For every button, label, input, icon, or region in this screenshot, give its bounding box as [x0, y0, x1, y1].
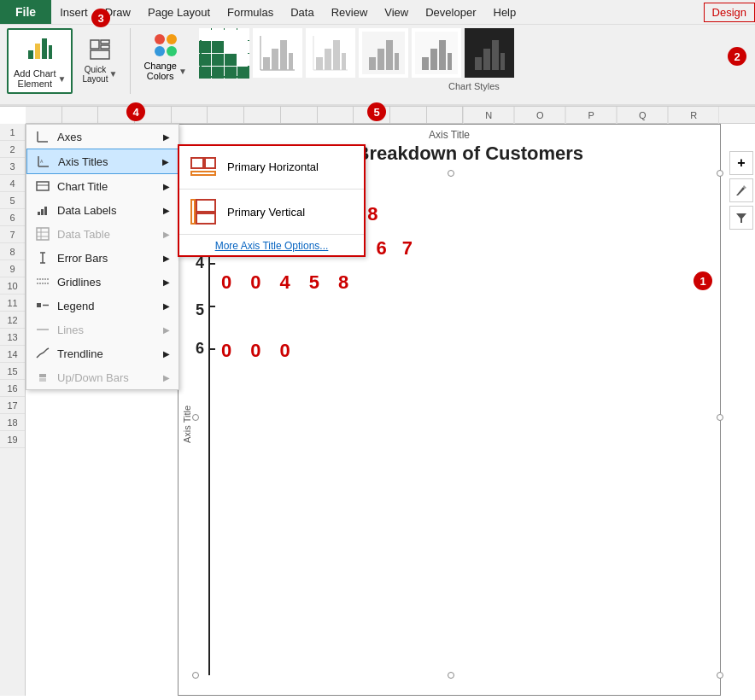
- chart-style-1[interactable]: [200, 28, 249, 78]
- data-table-icon: [35, 226, 50, 242]
- chart-styles-section: Chart Styles: [200, 28, 748, 91]
- badge-1: 1: [694, 271, 712, 290]
- change-colors-button[interactable]: Change Colors ▼: [138, 28, 192, 85]
- menu-item-lines[interactable]: Lines ▶: [26, 318, 179, 341]
- badge-2: 2: [728, 47, 746, 66]
- chart-style-3[interactable]: [306, 28, 355, 78]
- menu-item-gridlines[interactable]: Gridlines ▶: [26, 270, 179, 294]
- ribbon: File Insert Draw Page Layout Formulas Da…: [0, 0, 755, 107]
- menu-help[interactable]: Help: [485, 3, 525, 22]
- error-bars-arrow: ▶: [163, 254, 170, 263]
- menu-item-axes[interactable]: Axes ▶: [26, 125, 179, 149]
- menu-item-trendline[interactable]: Trendline ▶: [26, 341, 179, 365]
- svg-point-11: [167, 46, 177, 56]
- chart-brush-button[interactable]: [729, 178, 753, 202]
- svg-rect-46: [38, 212, 40, 215]
- svg-rect-27: [386, 40, 393, 70]
- colors-arrow: ▼: [179, 67, 187, 76]
- chart-style-4[interactable]: [359, 28, 408, 78]
- row-2: 2: [0, 141, 25, 158]
- menu-view[interactable]: View: [376, 3, 417, 22]
- svg-rect-64: [191, 172, 215, 175]
- svg-rect-1: [35, 44, 40, 59]
- cell-18-1: 0: [221, 340, 231, 362]
- chart-style-2[interactable]: [253, 28, 302, 78]
- axis-titles-submenu: Primary Horizontal Primary Vertical More…: [178, 144, 366, 257]
- chart-add-button[interactable]: +: [729, 151, 753, 175]
- handle-middleleft[interactable]: [192, 414, 199, 421]
- menu-item-error-bars[interactable]: Error Bars ▶: [26, 246, 179, 270]
- menu-item-chart-title[interactable]: Chart Title ▶: [26, 174, 179, 198]
- menu-developer[interactable]: Developer: [417, 3, 484, 22]
- quick-layout-button[interactable]: Quick Layout ▼: [76, 35, 123, 88]
- chart-style-5[interactable]: [412, 28, 461, 78]
- chart-filter-button[interactable]: [729, 206, 753, 230]
- svg-rect-14: [263, 57, 270, 70]
- row-numbers: 1 2 3 4 5 6 7 8 9 10 11 12 13 14 15 16 1…: [0, 124, 26, 696]
- svg-rect-22: [333, 40, 340, 70]
- row-15: 15: [0, 363, 25, 380]
- tick-5: [208, 348, 215, 350]
- menu-item-updown-bars[interactable]: Up/Down Bars ▶: [26, 365, 179, 389]
- cell-10-8: 7: [402, 237, 413, 260]
- spreadsheet-area: N O P Q R 1 2 3 4 5 6 7 8 9 10 11 12 13 …: [0, 107, 755, 696]
- more-axis-title-options-link[interactable]: More Axis Title Options...: [179, 236, 364, 255]
- gridlines-icon: [35, 274, 50, 289]
- row-4: 4: [0, 175, 25, 192]
- chart-style-dark[interactable]: [465, 28, 514, 78]
- svg-rect-25: [369, 57, 376, 70]
- error-bars-icon: [35, 250, 50, 265]
- menu-data[interactable]: Data: [282, 3, 322, 22]
- menu-item-data-labels[interactable]: Data Labels ▶: [26, 198, 179, 222]
- cell-13-3: 4: [280, 271, 290, 294]
- row-11: 11: [0, 295, 25, 312]
- handle-bottommiddle[interactable]: [448, 672, 454, 679]
- lines-arrow: ▶: [163, 325, 170, 335]
- menu-item-legend[interactable]: Legend ▶: [26, 294, 179, 318]
- lines-icon: [35, 322, 50, 337]
- svg-rect-47: [41, 209, 44, 215]
- menu-review[interactable]: Review: [323, 3, 377, 22]
- cell-13-1: 0: [221, 271, 231, 294]
- submenu-primary-horizontal[interactable]: Primary Horizontal: [179, 146, 364, 187]
- svg-rect-44: [37, 182, 49, 190]
- svg-rect-31: [430, 49, 437, 70]
- add-chart-dropdown-arrow: ▼: [58, 74, 67, 84]
- badge-3: 3: [91, 9, 110, 27]
- svg-point-10: [155, 46, 165, 56]
- row-13: 13: [0, 329, 25, 346]
- cell-13-2: 0: [250, 271, 260, 294]
- cell-10-7: 6: [377, 237, 387, 260]
- menu-item-axis-titles[interactable]: A Axis Titles ▶: [26, 149, 179, 174]
- add-chart-group: Add Chart Element ▼ Quick Layout ▼: [7, 28, 131, 94]
- menu-pagelayout[interactable]: Page Layout: [139, 3, 219, 22]
- svg-rect-68: [196, 213, 215, 224]
- file-tab[interactable]: File: [0, 0, 51, 24]
- legend-icon: [35, 298, 50, 313]
- svg-point-8: [155, 34, 165, 44]
- row-1: 1: [0, 124, 25, 141]
- svg-rect-15: [272, 49, 278, 70]
- data-row-13: 0 0 4 5 8: [221, 271, 348, 294]
- data-table-arrow: ▶: [163, 230, 170, 239]
- svg-rect-35: [475, 57, 482, 70]
- row-12: 12: [0, 312, 25, 329]
- add-chart-element-button[interactable]: Add Chart Element ▼: [7, 28, 73, 94]
- menu-item-data-table[interactable]: Data Table ▶: [26, 222, 179, 246]
- menu-formulas[interactable]: Formulas: [219, 3, 282, 22]
- change-colors-label: Change Colors ▼: [143, 61, 186, 81]
- handle-topmiddle[interactable]: [448, 170, 454, 177]
- handle-bottomleft[interactable]: [192, 672, 199, 679]
- svg-rect-38: [500, 53, 505, 70]
- cell-13-4: 5: [309, 271, 319, 294]
- svg-marker-69: [736, 213, 746, 223]
- data-labels-icon: [35, 202, 50, 218]
- svg-rect-3: [49, 45, 52, 59]
- menu-insert[interactable]: Insert: [51, 3, 97, 22]
- handle-bottomright[interactable]: [717, 672, 723, 679]
- submenu-primary-vertical[interactable]: Primary Vertical: [179, 191, 364, 232]
- quick-layout-label: Quick Layout ▼: [82, 65, 117, 84]
- handle-middleright[interactable]: [717, 414, 723, 421]
- handle-topright[interactable]: [717, 170, 723, 177]
- menu-design[interactable]: Design: [704, 3, 755, 22]
